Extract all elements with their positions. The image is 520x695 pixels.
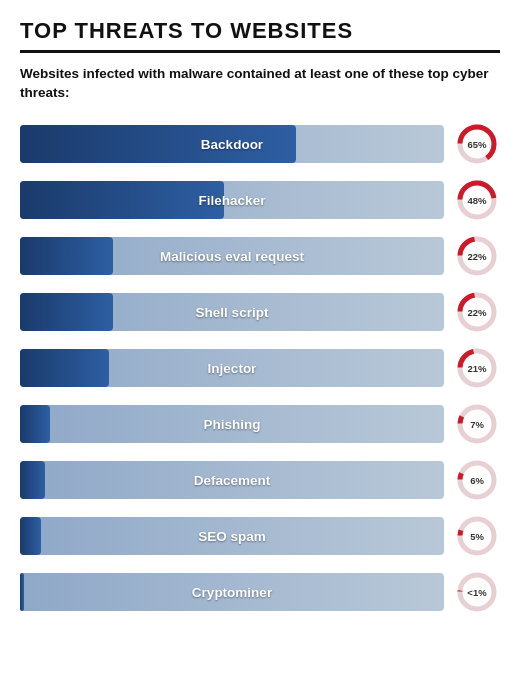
donut-label: 65%	[467, 138, 486, 149]
bar-label: Backdoor	[201, 136, 263, 151]
bar-label: SEO spam	[198, 528, 266, 543]
threat-row: Filehacker48%	[20, 177, 500, 223]
bar-label: Cryptominer	[192, 584, 272, 599]
threat-row: Shell script22%	[20, 289, 500, 335]
threat-row: Backdoor65%	[20, 121, 500, 167]
bar-container: Filehacker	[20, 181, 444, 219]
donut-chart: 21%	[454, 345, 500, 391]
bar-fill	[20, 573, 24, 611]
bar-label: Malicious eval request	[160, 248, 304, 263]
bar-fill	[20, 237, 113, 275]
donut-chart: 48%	[454, 177, 500, 223]
donut-chart: 7%	[454, 401, 500, 447]
bar-fill	[20, 405, 50, 443]
bar-container: Phishing	[20, 405, 444, 443]
bar-container: Backdoor	[20, 125, 444, 163]
threats-list: Backdoor65%Filehacker48%Malicious eval r…	[20, 121, 500, 615]
donut-chart: 6%	[454, 457, 500, 503]
bar-container: Injector	[20, 349, 444, 387]
threat-row: Cryptominer<1%	[20, 569, 500, 615]
threat-row: Malicious eval request22%	[20, 233, 500, 279]
bar-fill	[20, 461, 45, 499]
donut-chart: <1%	[454, 569, 500, 615]
bar-container: Cryptominer	[20, 573, 444, 611]
bar-container: Shell script	[20, 293, 444, 331]
threat-row: SEO spam5%	[20, 513, 500, 559]
threat-row: Phishing7%	[20, 401, 500, 447]
bar-label: Shell script	[196, 304, 269, 319]
donut-label: 22%	[467, 250, 486, 261]
bar-container: Defacement	[20, 461, 444, 499]
threat-row: Injector21%	[20, 345, 500, 391]
bar-label: Phishing	[204, 416, 261, 431]
bar-fill	[20, 181, 224, 219]
donut-chart: 5%	[454, 513, 500, 559]
bar-label: Injector	[208, 360, 257, 375]
bar-fill	[20, 517, 41, 555]
donut-label: 7%	[470, 418, 484, 429]
bar-fill	[20, 349, 109, 387]
bar-container: SEO spam	[20, 517, 444, 555]
donut-label: 6%	[470, 474, 484, 485]
donut-label: <1%	[467, 586, 486, 597]
bar-label: Defacement	[194, 472, 271, 487]
donut-label: 5%	[470, 530, 484, 541]
donut-label: 48%	[467, 194, 486, 205]
subtitle: Websites infected with malware contained…	[20, 65, 500, 103]
donut-chart: 22%	[454, 289, 500, 335]
donut-label: 21%	[467, 362, 486, 373]
donut-chart: 22%	[454, 233, 500, 279]
donut-label: 22%	[467, 306, 486, 317]
bar-container: Malicious eval request	[20, 237, 444, 275]
page-title: TOP THREATS TO WEBSITES	[20, 18, 500, 53]
threat-row: Defacement6%	[20, 457, 500, 503]
donut-chart: 65%	[454, 121, 500, 167]
bar-fill	[20, 293, 113, 331]
bar-label: Filehacker	[199, 192, 266, 207]
